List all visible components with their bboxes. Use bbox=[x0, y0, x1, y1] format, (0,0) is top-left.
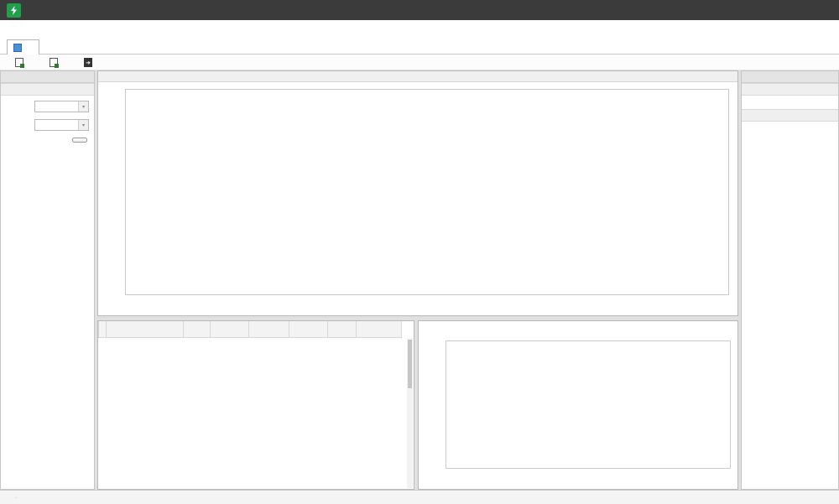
period-body: ▾ ▾ bbox=[1, 96, 94, 149]
x-axis-label bbox=[125, 305, 729, 315]
export-icon bbox=[84, 58, 92, 67]
chevron-down-icon[interactable]: ▾ bbox=[78, 101, 88, 112]
spectrum-y-ticks bbox=[422, 340, 446, 486]
from-date-field[interactable]: ▾ bbox=[34, 101, 89, 112]
status-bar: · bbox=[0, 490, 839, 504]
chevron-down-icon[interactable]: ▾ bbox=[78, 120, 88, 130]
harmonics-chart-panel bbox=[97, 70, 738, 316]
tools-sidebar bbox=[741, 70, 839, 490]
table-scrollbar[interactable] bbox=[407, 338, 413, 488]
save-library-icon bbox=[50, 58, 58, 67]
app-window: ▾ ▾ bbox=[0, 0, 839, 504]
y-axis-label bbox=[98, 82, 108, 315]
filter-panel-header bbox=[1, 71, 94, 83]
workspace: ▾ ▾ bbox=[0, 70, 839, 490]
spectrum-x-labels bbox=[446, 469, 731, 486]
file-icon bbox=[13, 44, 22, 52]
center-area bbox=[97, 70, 738, 490]
filter-sidebar: ▾ ▾ bbox=[0, 70, 95, 490]
statistics-section-header[interactable] bbox=[742, 83, 838, 96]
row-selector-header bbox=[99, 321, 107, 337]
records-table bbox=[98, 321, 402, 338]
save-to-device-button[interactable] bbox=[15, 58, 28, 67]
scrollbar-thumb[interactable] bbox=[408, 340, 412, 388]
col-filler bbox=[357, 321, 402, 337]
tab-harmonics[interactable] bbox=[7, 39, 39, 55]
table-header-row bbox=[99, 321, 402, 337]
title-bar bbox=[0, 0, 839, 20]
col-thd[interactable] bbox=[289, 321, 328, 337]
toolbar bbox=[0, 55, 839, 70]
menu-bar bbox=[0, 20, 839, 39]
col-triggered[interactable] bbox=[211, 321, 249, 337]
spectrum-header bbox=[422, 325, 731, 340]
scatter-plot[interactable] bbox=[125, 89, 729, 295]
chart-options-body bbox=[742, 122, 838, 135]
app-logo-icon bbox=[7, 3, 21, 18]
go-button[interactable] bbox=[72, 138, 87, 143]
col-datetime[interactable] bbox=[107, 321, 184, 337]
col-freq[interactable] bbox=[328, 321, 357, 337]
period-section-header[interactable] bbox=[1, 83, 94, 96]
export-to-button[interactable] bbox=[84, 58, 100, 67]
chart-section-header[interactable] bbox=[742, 109, 838, 122]
save-to-library-button[interactable] bbox=[50, 58, 62, 67]
statistics-body bbox=[742, 96, 838, 109]
to-date-field[interactable]: ▾ bbox=[34, 119, 89, 131]
y-axis-ticks bbox=[108, 82, 125, 315]
col-max-hrm[interactable] bbox=[249, 321, 289, 337]
tools-panel-header bbox=[742, 71, 838, 83]
spectrum-plot[interactable] bbox=[446, 340, 731, 469]
save-device-icon bbox=[15, 58, 23, 67]
spectrum-panel bbox=[418, 320, 738, 490]
status-separator: · bbox=[15, 494, 18, 501]
chart-title bbox=[98, 71, 737, 82]
x-axis-ticks bbox=[125, 295, 729, 305]
col-channel[interactable] bbox=[184, 321, 211, 337]
tab-strip bbox=[0, 39, 839, 55]
records-table-panel bbox=[97, 320, 414, 490]
